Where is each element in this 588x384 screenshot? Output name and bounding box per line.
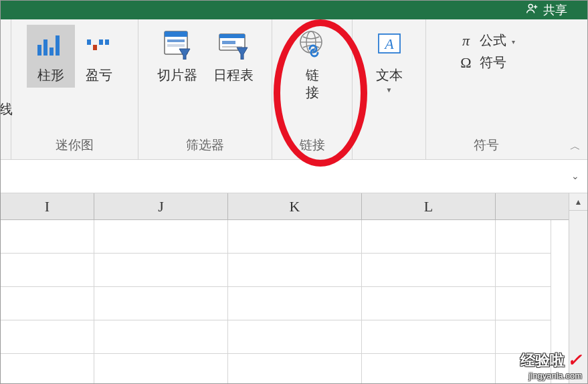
filters-group-label: 筛选器 [186,132,224,159]
cell[interactable] [228,320,362,354]
cell[interactable] [1,254,94,287]
col-header-i[interactable]: I [1,193,94,220]
partial-prev-group: 线 [1,19,11,159]
cell[interactable] [1,287,94,320]
cell[interactable] [1,320,94,354]
group-symbols: π 公式 ▾ Ω 符号 符号 [426,19,547,159]
svg-rect-8 [93,45,97,50]
cell[interactable] [228,220,362,254]
dropdown-arrow-icon: ▼ [386,86,393,94]
link-label: 链 接 [306,66,319,101]
cell[interactable] [94,320,228,354]
share-label: 共享 [543,2,567,18]
svg-rect-16 [219,34,245,38]
svg-rect-6 [56,35,60,56]
group-sparklines: 柱形 盈亏 迷你图 [11,19,138,159]
col-header-j[interactable]: J [94,193,228,220]
col-header-k[interactable]: K [228,193,362,220]
svg-point-0 [528,4,532,8]
cell[interactable] [94,287,228,320]
symbol-label: 符号 [480,54,506,72]
cell[interactable] [362,320,496,354]
column-chart-icon [35,29,67,61]
cell[interactable] [94,254,228,287]
cell[interactable] [496,320,551,354]
links-group-label: 链接 [300,132,325,159]
link-button[interactable]: 链 接 [288,25,336,105]
cell[interactable] [228,287,362,320]
vertical-scrollbar[interactable]: ▲ [569,193,587,384]
svg-rect-10 [105,39,109,45]
svg-rect-4 [43,39,47,56]
svg-rect-3 [37,45,41,56]
column-label: 柱形 [37,66,64,84]
cell[interactable] [228,354,362,384]
sparklines-group-label: 迷你图 [56,132,94,159]
svg-rect-12 [165,31,187,37]
winloss-label: 盈亏 [86,66,112,84]
col-header-partial[interactable] [496,193,570,220]
text-button[interactable]: A 文本 ▼ [365,25,413,98]
formula-button[interactable]: π 公式 ▾ [458,31,515,50]
cell[interactable] [228,254,362,287]
timeline-icon [217,29,250,61]
ribbon: 线 柱形 [1,19,587,160]
textbox-icon: A [373,29,405,61]
hyperlink-globe-icon [296,29,328,61]
cell[interactable] [496,354,551,384]
svg-rect-9 [99,39,103,45]
svg-rect-13 [167,39,185,42]
timeline-button[interactable]: 日程表 [205,25,262,88]
grid [1,220,587,384]
cell[interactable] [496,287,551,320]
cell[interactable] [94,354,228,384]
group-text: A 文本 ▼ [353,19,426,159]
formula-bar[interactable]: ⌄ [1,160,587,193]
share-button[interactable]: 共享 [524,1,567,19]
slicer-button[interactable]: 切片器 [149,25,205,88]
winloss-sparkline-button[interactable]: 盈亏 [75,25,123,88]
collapse-ribbon-button[interactable]: ︿ [570,140,581,154]
cell[interactable] [94,220,228,254]
cell[interactable] [362,220,496,254]
share-person-icon [524,1,539,19]
cell[interactable] [1,220,94,254]
cell[interactable] [362,287,496,320]
slicer-label: 切片器 [157,66,197,84]
winloss-icon [83,29,115,61]
svg-rect-5 [50,47,54,56]
group-links: 链 接 链接 [272,19,353,159]
cell[interactable] [496,220,551,254]
svg-text:A: A [383,35,394,52]
text-group-label [387,135,391,159]
column-headers: I J K L [1,193,587,220]
formula-label: 公式 [480,31,506,50]
text-label: 文本 [376,66,403,84]
cell[interactable] [496,254,551,287]
cell[interactable] [1,354,94,384]
sheet-area: I J K L [1,193,587,384]
slicer-icon [161,29,193,61]
timeline-label: 日程表 [213,66,254,84]
pi-icon: π [458,32,474,50]
scroll-up-button[interactable]: ▲ [569,193,587,211]
column-sparkline-button[interactable]: 柱形 [27,25,75,88]
col-header-l[interactable]: L [362,193,496,220]
cell[interactable] [362,254,496,287]
svg-rect-14 [167,44,185,47]
omega-icon: Ω [458,54,474,72]
group-filters: 切片器 日程表 筛选器 [138,19,272,159]
svg-rect-17 [222,41,235,44]
symbol-button[interactable]: Ω 符号 [458,54,515,72]
dropdown-arrow-icon: ▾ [512,38,515,45]
titlebar: 共享 [1,1,587,19]
symbols-group-label: 符号 [474,132,499,159]
expand-formula-bar-button[interactable]: ⌄ [571,171,579,181]
cell[interactable] [362,354,496,384]
svg-rect-7 [87,39,91,45]
